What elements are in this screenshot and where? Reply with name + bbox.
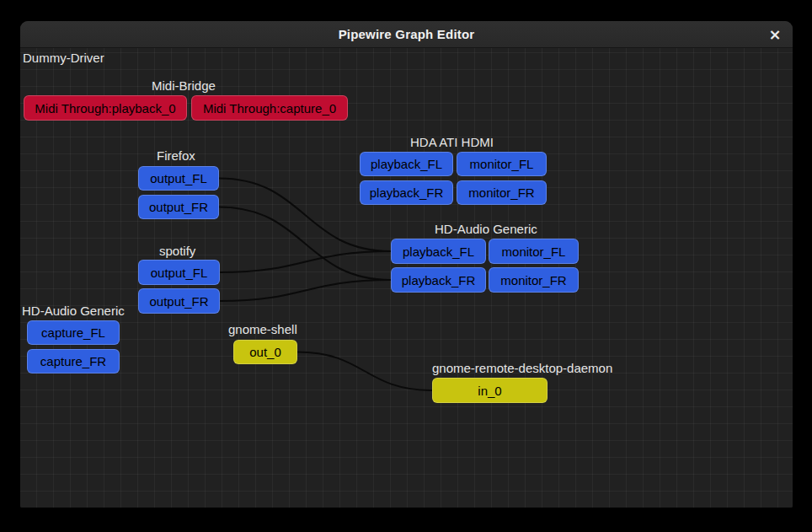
port-hda-ati-hdmi.playback_FR[interactable]: playback_FR <box>360 180 453 205</box>
node-title-dummy-driver[interactable]: Dummy-Driver <box>23 51 104 65</box>
close-button[interactable]: × <box>764 24 786 46</box>
port-hd-audio-generic.capture_FR[interactable]: capture_FR <box>27 349 120 373</box>
link-spotify.output_FR-to-hd-audio-generic.playback_FR[interactable] <box>220 280 391 301</box>
window-title: Pipewire Graph Editor <box>339 27 475 41</box>
node-title-gnome-remote-desktop-daemon[interactable]: gnome-remote-desktop-daemon <box>432 361 612 375</box>
port-hd-audio-generic.playback_FR[interactable]: playback_FR <box>391 267 486 293</box>
graph-canvas[interactable]: Dummy-DriverMidi-BridgeMidi Through:play… <box>20 48 793 508</box>
port-firefox.output_FR[interactable]: output_FR <box>138 195 219 219</box>
titlebar[interactable]: Pipewire Graph Editor × <box>20 21 793 48</box>
link-gnome-shell.out_0-to-gnome-remote-desktop-daemon.in_0[interactable] <box>297 352 432 391</box>
node-title-hd-audio-generic-out[interactable]: HD-Audio Generic <box>435 222 537 236</box>
port-midi-bridge.midi-through-playback_0[interactable]: Midi Through:playback_0 <box>24 95 187 121</box>
port-spotify.output_FR[interactable]: output_FR <box>138 288 220 314</box>
node-title-midi-bridge[interactable]: Midi-Bridge <box>152 78 216 93</box>
close-icon: × <box>768 25 781 43</box>
node-title-firefox[interactable]: Firefox <box>157 148 195 163</box>
port-hda-ati-hdmi.playback_FL[interactable]: playback_FL <box>360 152 453 176</box>
port-spotify.output_FL[interactable]: output_FL <box>138 260 220 285</box>
port-gnome-shell.out_0[interactable]: out_0 <box>233 340 297 364</box>
node-title-hd-audio-generic-in[interactable]: HD-Audio Generic <box>22 304 125 318</box>
port-hda-ati-hdmi.monitor_FL[interactable]: monitor_FL <box>457 152 547 176</box>
port-gnome-remote-desktop-daemon.in_0[interactable]: in_0 <box>432 378 548 403</box>
node-title-spotify[interactable]: spotify <box>159 244 195 258</box>
port-hd-audio-generic.capture_FL[interactable]: capture_FL <box>27 320 120 345</box>
port-midi-bridge.midi-through-capture_0[interactable]: Midi Through:capture_0 <box>191 95 348 121</box>
link-firefox.output_FR-to-hd-audio-generic.playback_FR[interactable] <box>219 207 391 281</box>
port-hd-audio-generic.playback_FL[interactable]: playback_FL <box>391 239 486 264</box>
port-hd-audio-generic.monitor_FL[interactable]: monitor_FL <box>489 239 579 264</box>
link-spotify.output_FL-to-hd-audio-generic.playback_FL[interactable] <box>220 251 391 272</box>
port-firefox.output_FL[interactable]: output_FL <box>138 166 219 191</box>
port-hd-audio-generic.monitor_FR[interactable]: monitor_FR <box>489 267 579 293</box>
node-title-hda-ati-hdmi[interactable]: HDA ATI HDMI <box>410 135 494 149</box>
port-hda-ati-hdmi.monitor_FR[interactable]: monitor_FR <box>457 180 547 205</box>
node-title-gnome-shell[interactable]: gnome-shell <box>228 322 297 336</box>
pipewire-graph-editor-window: Pipewire Graph Editor × Dummy-DriverMidi… <box>20 21 793 508</box>
desktop-background: Pipewire Graph Editor × Dummy-DriverMidi… <box>0 0 812 532</box>
